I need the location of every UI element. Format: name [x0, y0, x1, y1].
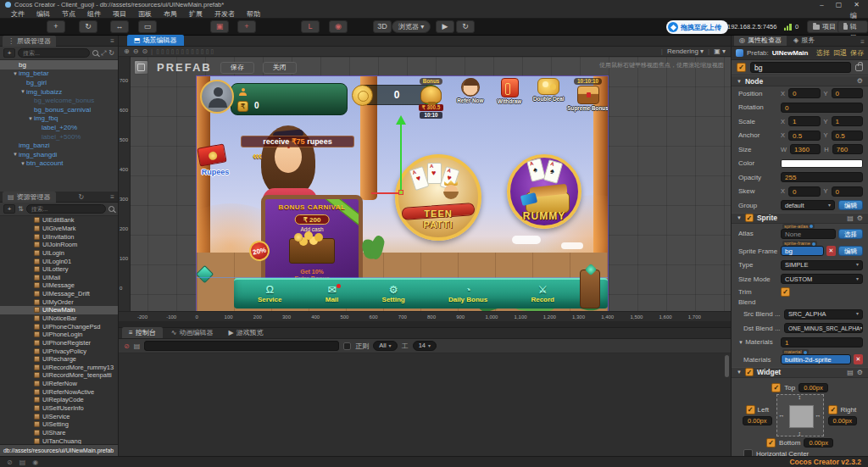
size-mode-select[interactable]: CUSTOM▾	[781, 274, 863, 284]
tree-node[interactable]: bg_girl	[0, 78, 118, 87]
zoom-in-icon[interactable]: ⊕	[124, 47, 130, 55]
lock-icon[interactable]	[855, 64, 863, 71]
clear-icon[interactable]: ✕	[826, 246, 836, 256]
camera-dropdown[interactable]: ▣ ▾	[714, 47, 726, 55]
regex-checkbox[interactable]	[343, 342, 351, 350]
scale-x-field[interactable]: 1	[788, 116, 820, 126]
search-icon[interactable]	[92, 50, 98, 56]
doc-icon[interactable]: ▤	[847, 369, 854, 376]
sprite-frame-field[interactable]: bg	[781, 246, 824, 256]
open-editor-button[interactable]: 编辑器	[837, 20, 868, 33]
group-select[interactable]: default▾	[781, 200, 835, 210]
anchor-toggle-icon[interactable]: +	[237, 20, 256, 33]
maximize-button[interactable]: ▢	[836, 1, 843, 8]
tree-node[interactable]: ▼btn_account	[0, 159, 118, 169]
color-swatch[interactable]	[781, 159, 863, 168]
expand-arrow-icon[interactable]: ▼	[12, 71, 19, 76]
menu-item[interactable]: 文件	[5, 9, 31, 19]
tree-node[interactable]: ▼img_fbq	[0, 114, 118, 124]
menu-item[interactable]: 布局	[158, 9, 183, 19]
gear-icon[interactable]: ⚙	[857, 77, 863, 85]
supreme-bonus-button[interactable]: 10:10:10Supreme Bonus	[569, 78, 607, 134]
asset-item[interactable]: UINoticeBar	[0, 314, 118, 323]
font-size-select[interactable]: 14▾	[413, 341, 437, 351]
asset-item[interactable]: UIMessage	[0, 281, 118, 290]
teen-patti-game-button[interactable]: A A A TEENPATTI	[395, 154, 481, 241]
trim-checkbox[interactable]: ✓	[781, 287, 790, 297]
menu-item[interactable]: 组件	[81, 9, 107, 19]
prefab-save-button[interactable]: 保存	[850, 48, 864, 58]
tree-node[interactable]: bg	[0, 60, 118, 69]
tree-node[interactable]: img_banzi	[0, 141, 118, 150]
asset-item[interactable]: UIMessage_Drift	[0, 290, 118, 298]
menu-item[interactable]: 项目	[107, 9, 132, 19]
asset-item[interactable]: UISetting	[0, 420, 118, 429]
tab-assets[interactable]: ▤资源管理器	[3, 192, 56, 203]
console-output[interactable]	[119, 353, 731, 456]
tab-console[interactable]: ≡控制台	[122, 327, 163, 338]
tab-scene-editor[interactable]: ⬒场景编辑器	[127, 35, 184, 46]
eye-icon[interactable]: ◉	[32, 459, 38, 466]
nav-service-button[interactable]: ΩService	[258, 285, 281, 303]
asset-item[interactable]: UIEditBank	[0, 216, 118, 225]
tree-node[interactable]: ▼img_shangdi	[0, 150, 118, 159]
rotation-field[interactable]: 0	[781, 103, 863, 113]
refresh-icon[interactable]: ↻	[79, 193, 88, 201]
asset-item[interactable]: UIService	[0, 412, 118, 420]
node-name-input[interactable]	[750, 62, 851, 73]
src-blend-select[interactable]: SRC_ALPHA▾	[784, 309, 863, 320]
asset-item[interactable]: UIPrivacyPolicy	[0, 347, 118, 355]
close-button[interactable]: ✕	[854, 1, 860, 8]
receive-rupees-banner[interactable]: receive ₹75 rupees	[241, 136, 354, 147]
preview-target-dropdown[interactable]: 浏览器 ▾	[392, 20, 431, 33]
anchor-y-field[interactable]: 0.5	[832, 131, 863, 141]
menu-item[interactable]: 帮助	[241, 9, 266, 19]
refresh-button[interactable]: ↻	[456, 20, 475, 33]
signup-bonus-button[interactable]: Bonus₹ 300.510:10	[412, 78, 450, 134]
asset-item[interactable]: UIMyOrder	[0, 297, 118, 306]
asset-item[interactable]: UIInvitation	[0, 232, 118, 241]
move-tool-icon[interactable]: +	[47, 20, 65, 33]
minimize-button[interactable]: –	[820, 1, 823, 8]
doc-icon[interactable]: ▤	[847, 214, 854, 222]
scrollbar-thumb[interactable]	[725, 355, 729, 377]
tree-node[interactable]: bg_welcome_bonus	[0, 96, 118, 105]
prefab-save-button[interactable]: 保存	[220, 62, 254, 74]
widget-section-header[interactable]: ▼✓Widget▤⚙	[732, 367, 868, 378]
asset-item[interactable]: UIReplayCode	[0, 396, 118, 404]
rotate-tool-icon[interactable]: ↻	[79, 20, 97, 33]
widget-left-value[interactable]: 0.00px	[743, 416, 772, 425]
position-x-field[interactable]: 0	[788, 88, 820, 98]
material-field[interactable]: builtin-2d-sprite	[781, 354, 851, 364]
asset-item[interactable]: UIRecordMore_teenpatti	[0, 371, 118, 380]
asset-item[interactable]: UILogin	[0, 249, 118, 258]
asset-item[interactable]: UIJoinRoom	[0, 241, 118, 249]
play-button[interactable]: ▶	[436, 20, 454, 33]
nav-setting-button[interactable]: ⚙Setting	[382, 285, 405, 303]
game-canvas[interactable]: ₹ 0 receive ₹75 rupees ‹‹‹ Rupees BONUS …	[197, 76, 608, 311]
rendering-dropdown[interactable]: Rendering ▾	[667, 47, 704, 55]
group-edit-button[interactable]: 编辑	[838, 200, 863, 210]
zoom-reset-icon[interactable]: ⊙	[142, 47, 147, 55]
add-node-button[interactable]: +	[3, 48, 15, 58]
asset-item[interactable]: UIRecordMore_rummy13	[0, 364, 118, 372]
panel-menu-icon[interactable]: ≡	[110, 37, 118, 45]
asset-item[interactable]: UINewMain	[0, 306, 118, 314]
widget-bottom-value[interactable]: 0.00px	[804, 438, 833, 448]
add-asset-button[interactable]: +	[3, 204, 15, 214]
size-w-field[interactable]: 1360	[790, 144, 821, 154]
widget-right-checkbox[interactable]: ✓	[828, 405, 837, 414]
log-level-select[interactable]: All▾	[373, 341, 397, 351]
atlas-select-button[interactable]: 选择	[838, 229, 863, 239]
menu-item[interactable]: 节点	[56, 9, 81, 19]
asset-item[interactable]: UIReferNowActive	[0, 387, 118, 396]
add-cash-amount[interactable]: ₹ 200	[295, 214, 330, 225]
opacity-field[interactable]: 255	[781, 172, 863, 182]
console-filter-input[interactable]	[144, 341, 339, 351]
size-h-field[interactable]: 760	[832, 144, 863, 154]
asset-item[interactable]: UIRecharge	[0, 355, 118, 364]
expand-icon[interactable]: ⤢	[101, 49, 106, 58]
clear-icon[interactable]: ✕	[854, 354, 863, 364]
widget-top-checkbox[interactable]: ✓	[771, 383, 781, 392]
mode-3d-button[interactable]: 3D	[373, 20, 392, 33]
